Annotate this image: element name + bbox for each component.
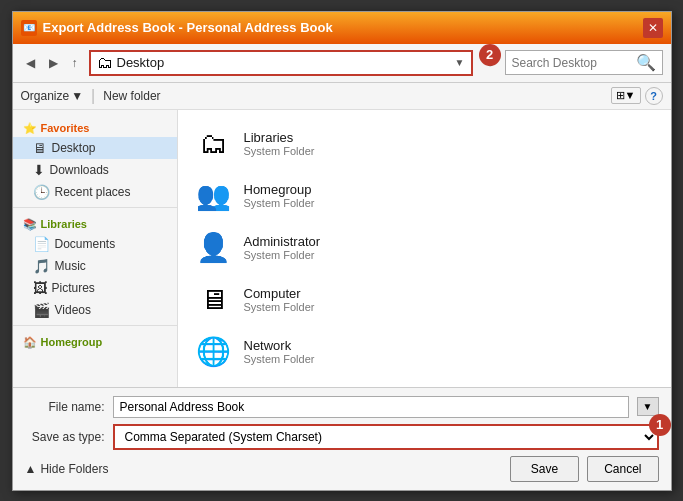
search-input[interactable]: [512, 56, 632, 70]
documents-label: Documents: [55, 237, 116, 251]
libraries-icon: 📚: [23, 218, 37, 231]
star-icon: ⭐: [23, 122, 37, 135]
back-button[interactable]: ◀: [21, 53, 40, 73]
sidebar-item-videos[interactable]: 🎬 Videos: [13, 299, 177, 321]
administrator-folder-icon: 👤: [194, 228, 234, 268]
homegroup-section: 🏠 Homegroup: [13, 330, 177, 351]
computer-folder-icon: 🖥: [194, 280, 234, 320]
filename-input[interactable]: [113, 396, 629, 418]
hide-folders-label: Hide Folders: [40, 462, 108, 476]
file-area: 🗂 Libraries System Folder 👥 Homegroup Sy…: [178, 110, 671, 387]
file-name: Homegroup: [244, 182, 315, 197]
file-type: System Folder: [244, 145, 315, 157]
downloads-icon: ⬇: [33, 162, 45, 178]
file-type: System Folder: [244, 249, 321, 261]
videos-icon: 🎬: [33, 302, 50, 318]
recent-places-icon: 🕒: [33, 184, 50, 200]
libraries-section: 📚 Libraries: [13, 212, 177, 233]
location-text: Desktop: [117, 55, 451, 70]
new-folder-button[interactable]: New folder: [103, 89, 160, 103]
badge-1: 1: [649, 414, 671, 436]
pictures-icon: 🖼: [33, 280, 47, 296]
dialog-title: Export Address Book - Personal Address B…: [43, 20, 333, 35]
bottom-area: File name: ▼ Save as type: Comma Separat…: [13, 387, 671, 490]
favorites-label: Favorites: [41, 122, 90, 134]
export-dialog: 📧 Export Address Book - Personal Address…: [12, 11, 672, 491]
desktop-icon: 🖥: [33, 140, 47, 156]
location-dropdown-button[interactable]: ▼: [455, 57, 465, 68]
list-item[interactable]: 🌐 Network System Folder: [186, 326, 663, 378]
music-label: Music: [55, 259, 86, 273]
file-name: Network: [244, 338, 315, 353]
favorites-section: ⭐ Favorites: [13, 118, 177, 137]
homegroup-label: Homegroup: [41, 336, 103, 348]
new-folder-label: New folder: [103, 89, 160, 103]
list-item[interactable]: 👤 Administrator System Folder: [186, 222, 663, 274]
file-name: Computer: [244, 286, 315, 301]
save-button[interactable]: Save: [510, 456, 579, 482]
downloads-label: Downloads: [50, 163, 109, 177]
action-bar: Organize ▼ | New folder ⊞▼ ?: [13, 83, 671, 110]
location-bar: 🗂 Desktop ▼ 2: [89, 50, 473, 76]
pictures-label: Pictures: [52, 281, 95, 295]
savetype-select[interactable]: Comma Separated (System Charset): [113, 424, 659, 450]
separator: |: [91, 87, 95, 105]
hide-folders-icon: ▲: [25, 462, 37, 476]
app-icon: 📧: [21, 20, 37, 36]
view-buttons: ⊞▼ ?: [611, 87, 663, 105]
sidebar-divider-2: [13, 325, 177, 326]
organize-button[interactable]: Organize ▼: [21, 89, 84, 103]
list-item[interactable]: 👥 Homegroup System Folder: [186, 170, 663, 222]
help-button[interactable]: ?: [645, 87, 663, 105]
libraries-folder-icon: 🗂: [194, 124, 234, 164]
close-button[interactable]: ✕: [643, 18, 663, 38]
file-type: System Folder: [244, 301, 315, 313]
recent-places-label: Recent places: [55, 185, 131, 199]
videos-label: Videos: [55, 303, 91, 317]
badge-2: 2: [479, 44, 501, 66]
hide-folders-button[interactable]: ▲ Hide Folders: [25, 462, 109, 476]
sidebar-item-pictures[interactable]: 🖼 Pictures: [13, 277, 177, 299]
network-folder-icon: 🌐: [194, 332, 234, 372]
desktop-label: Desktop: [52, 141, 96, 155]
sidebar-item-music[interactable]: 🎵 Music: [13, 255, 177, 277]
homegroup-folder-icon: 👥: [194, 176, 234, 216]
search-icon: 🔍: [636, 53, 656, 72]
filename-dropdown-button[interactable]: ▼: [637, 397, 659, 416]
search-bar: 🔍: [505, 50, 663, 75]
cancel-button[interactable]: Cancel: [587, 456, 658, 482]
forward-button[interactable]: ▶: [44, 53, 63, 73]
sidebar-item-recent-places[interactable]: 🕒 Recent places: [13, 181, 177, 203]
file-type: System Folder: [244, 197, 315, 209]
view-toggle-button[interactable]: ⊞▼: [611, 87, 641, 104]
filename-row: File name: ▼: [25, 396, 659, 418]
list-item[interactable]: 🖥 Computer System Folder: [186, 274, 663, 326]
filename-label: File name:: [25, 400, 105, 414]
file-info: Network System Folder: [244, 338, 315, 365]
libraries-label: Libraries: [41, 218, 87, 230]
documents-icon: 📄: [33, 236, 50, 252]
sidebar-item-downloads[interactable]: ⬇ Downloads: [13, 159, 177, 181]
location-folder-icon: 🗂: [97, 54, 113, 72]
main-area: ⭐ Favorites 🖥 Desktop ⬇ Downloads 🕒 Rece…: [13, 110, 671, 387]
action-buttons: Save Cancel: [510, 456, 659, 482]
file-name: Administrator: [244, 234, 321, 249]
file-info: Homegroup System Folder: [244, 182, 315, 209]
file-info: Libraries System Folder: [244, 130, 315, 157]
nav-toolbar: ◀ ▶ ↑ 🗂 Desktop ▼ 2 ↻ 🔍: [13, 44, 671, 83]
savetype-label: Save as type:: [25, 430, 105, 444]
button-row: ▲ Hide Folders Save Cancel: [25, 456, 659, 482]
organize-label: Organize: [21, 89, 70, 103]
sidebar-divider-1: [13, 207, 177, 208]
savetype-row: Save as type: Comma Separated (System Ch…: [25, 424, 659, 450]
up-button[interactable]: ↑: [67, 53, 83, 73]
sidebar-item-desktop[interactable]: 🖥 Desktop: [13, 137, 177, 159]
list-item[interactable]: 🗂 Libraries System Folder: [186, 118, 663, 170]
organize-dropdown-icon: ▼: [71, 89, 83, 103]
file-info: Computer System Folder: [244, 286, 315, 313]
music-icon: 🎵: [33, 258, 50, 274]
file-type: System Folder: [244, 353, 315, 365]
title-bar-left: 📧 Export Address Book - Personal Address…: [21, 20, 333, 36]
file-info: Administrator System Folder: [244, 234, 321, 261]
sidebar-item-documents[interactable]: 📄 Documents: [13, 233, 177, 255]
